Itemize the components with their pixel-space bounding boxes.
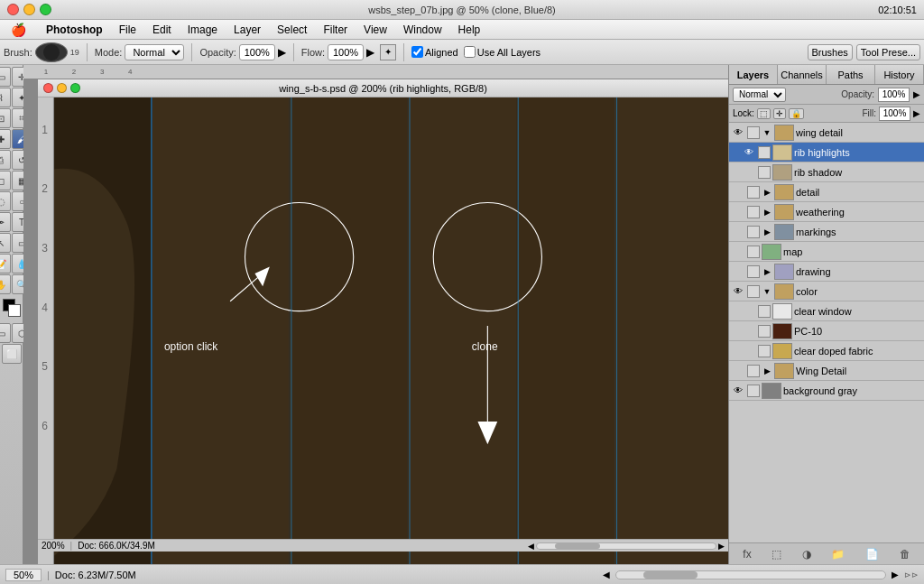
layer-style-button[interactable]: fx xyxy=(743,548,751,561)
layer-eye-rib-shadow[interactable] xyxy=(742,165,756,180)
layer-chain-background-gray[interactable] xyxy=(747,385,760,397)
layer-eye-wing-detail2[interactable] xyxy=(731,364,745,378)
layer-item-rib-shadow[interactable]: rib shadow xyxy=(729,162,924,182)
layer-chain-markings[interactable] xyxy=(747,226,760,238)
layer-item-markings[interactable]: ▶ markings xyxy=(729,222,924,242)
layer-menu[interactable]: Layer xyxy=(226,22,268,38)
inner-window-controls[interactable] xyxy=(43,83,80,93)
layer-item-detail[interactable]: ▶ detail xyxy=(729,182,924,202)
delete-layer-button[interactable]: 🗑 xyxy=(900,548,910,561)
layer-eye-wing-detail[interactable]: 👁 xyxy=(731,125,745,140)
zoom-input[interactable] xyxy=(5,569,42,581)
inner-scroll-arrows[interactable]: ◀ ▶ xyxy=(528,542,725,551)
image-menu[interactable]: Image xyxy=(180,22,225,38)
main-scrollbar[interactable] xyxy=(615,570,886,579)
layer-eye-clear-doped-fabric[interactable] xyxy=(742,344,756,358)
marquee-tool[interactable]: ▭ xyxy=(0,67,11,87)
layer-item-pc10[interactable]: PC-10 xyxy=(729,321,924,341)
edit-menu[interactable]: Edit xyxy=(145,22,179,38)
lock-all-icon[interactable]: 🔒 xyxy=(789,108,804,119)
layer-item-color[interactable]: 👁 ▼ color xyxy=(729,282,924,301)
mode-select[interactable]: Normal xyxy=(125,44,184,60)
clone-stamp-tool[interactable]: ⎙ xyxy=(0,150,11,170)
scroll-right-icon[interactable]: ▶ xyxy=(718,542,725,551)
layer-item-wing-detail2[interactable]: ▶ Wing Detail xyxy=(729,361,924,381)
layer-chain-wing-detail[interactable] xyxy=(747,126,760,139)
fill-arrow[interactable]: ▶ xyxy=(913,108,920,118)
layer-item-clear-window[interactable]: clear window xyxy=(729,301,924,321)
tab-paths[interactable]: Paths xyxy=(827,65,875,84)
inner-close-button[interactable] xyxy=(43,83,53,93)
minimize-button[interactable] xyxy=(23,4,35,15)
scroll-left-btn[interactable]: ◀ xyxy=(603,570,610,579)
brushes-button[interactable]: Brushes xyxy=(808,44,853,60)
layer-expand-color[interactable]: ▼ xyxy=(762,286,772,297)
scroll-right-btn[interactable]: ▶ xyxy=(892,570,899,579)
opacity-arrow-layers[interactable]: ▶ xyxy=(913,89,920,99)
layer-item-background-gray[interactable]: 👁 background gray xyxy=(729,381,924,401)
layer-expand-wing-detail2[interactable]: ▶ xyxy=(762,366,772,376)
tab-layers[interactable]: Layers xyxy=(729,65,778,84)
layer-item-clear-doped-fabric[interactable]: clear doped fabric xyxy=(729,341,924,361)
opacity-input[interactable] xyxy=(239,44,275,60)
fill-input[interactable] xyxy=(879,107,910,121)
lasso-tool[interactable]: ⌇ xyxy=(0,88,11,107)
layer-expand-wing-detail[interactable]: ▼ xyxy=(762,127,772,138)
layer-eye-rib-highlights[interactable]: 👁 xyxy=(742,145,756,160)
filter-menu[interactable]: Filter xyxy=(316,22,355,38)
layer-chain-map[interactable] xyxy=(747,246,760,258)
layer-eye-color[interactable]: 👁 xyxy=(731,284,745,299)
scroll-left-icon[interactable]: ◀ xyxy=(528,542,534,551)
drawing-canvas[interactable]: 1 2 3 4 5 6 option click xyxy=(38,97,728,564)
layer-chain-rib-shadow[interactable] xyxy=(758,166,771,179)
path-selection-tool[interactable]: ↖ xyxy=(0,233,11,253)
opacity-arrow[interactable]: ▶ xyxy=(278,46,286,59)
photoshop-menu[interactable]: Photoshop xyxy=(39,22,110,38)
layer-eye-pc10[interactable] xyxy=(742,324,756,338)
layer-item-wing-detail[interactable]: 👁 ▼ wing detail xyxy=(729,123,924,143)
flow-arrow[interactable]: ▶ xyxy=(366,46,374,59)
layer-chain-drawing[interactable] xyxy=(747,265,760,278)
layer-expand-markings[interactable]: ▶ xyxy=(762,227,772,237)
layer-item-weathering[interactable]: ▶ weathering xyxy=(729,202,924,222)
help-menu[interactable]: Help xyxy=(451,22,488,38)
hand-tool[interactable]: ✋ xyxy=(0,274,11,294)
screen-mode[interactable]: ⬜ xyxy=(2,344,22,364)
tab-channels[interactable]: Channels xyxy=(778,65,827,84)
lock-pixels-icon[interactable]: ⬚ xyxy=(757,108,771,119)
maximize-button[interactable] xyxy=(40,4,51,15)
window-menu[interactable]: Window xyxy=(396,22,449,38)
new-layer-button[interactable]: 📄 xyxy=(865,548,879,561)
layer-chain-weathering[interactable] xyxy=(747,206,760,218)
close-button[interactable] xyxy=(7,4,19,15)
layer-eye-markings[interactable] xyxy=(731,225,745,239)
layer-expand-drawing[interactable]: ▶ xyxy=(762,266,772,277)
select-menu[interactable]: Select xyxy=(270,22,314,38)
inner-minimize-button[interactable] xyxy=(57,83,67,93)
layer-eye-drawing[interactable] xyxy=(731,264,745,279)
layer-eye-map[interactable] xyxy=(731,245,745,259)
apple-menu[interactable]: 🍎 xyxy=(4,21,33,39)
layer-item-rib-highlights[interactable]: 👁 rib highlights xyxy=(729,143,924,162)
inner-scrollbar[interactable] xyxy=(536,542,716,550)
layer-chain-rib-highlights[interactable] xyxy=(758,146,771,159)
tab-history[interactable]: History xyxy=(875,65,924,84)
new-group-button[interactable]: 📁 xyxy=(831,548,845,561)
inner-maximize-button[interactable] xyxy=(70,83,80,93)
crop-tool[interactable]: ⊡ xyxy=(0,108,11,128)
healing-tool[interactable]: ✚ xyxy=(0,129,11,149)
layer-chain-pc10[interactable] xyxy=(758,325,771,338)
flow-input[interactable] xyxy=(328,44,364,60)
color-swatches[interactable] xyxy=(3,299,21,317)
layer-expand-detail[interactable]: ▶ xyxy=(762,187,772,198)
layer-eye-detail[interactable] xyxy=(731,185,745,199)
layer-eye-clear-window[interactable] xyxy=(742,304,756,319)
window-controls[interactable] xyxy=(7,4,51,15)
layer-chain-color[interactable] xyxy=(747,285,760,298)
opacity-input-layers[interactable] xyxy=(878,88,910,102)
eraser-tool[interactable]: ◻ xyxy=(0,171,11,190)
notes-tool[interactable]: 📝 xyxy=(0,254,11,273)
scroll-end-btn[interactable]: ⊳⊳ xyxy=(904,570,919,579)
layer-chain-wing-detail2[interactable] xyxy=(747,365,760,377)
blur-tool[interactable]: ◌ xyxy=(0,191,11,211)
